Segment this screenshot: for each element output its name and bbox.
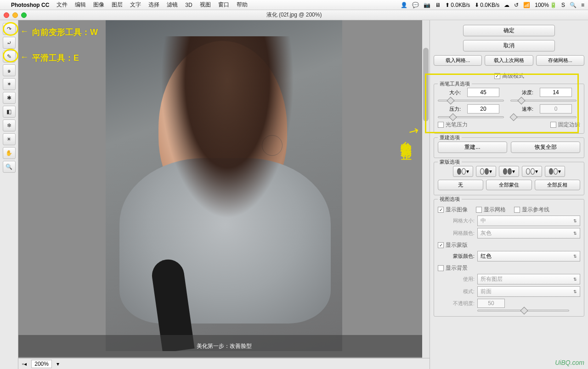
menu-select[interactable]: 选择 bbox=[148, 1, 159, 9]
menu-image[interactable]: 图像 bbox=[93, 1, 104, 9]
menu-file[interactable]: 文件 bbox=[57, 1, 68, 9]
restore-all-button[interactable]: 恢复全部 bbox=[511, 142, 580, 153]
canvas-area: 美化第一步：改善脸型 ▫◂ 200% ▾ bbox=[18, 20, 430, 369]
opacity-label: 不透明度: bbox=[438, 300, 475, 307]
show-image-checkbox[interactable] bbox=[438, 207, 444, 213]
menu-filter[interactable]: 滤镜 bbox=[167, 1, 178, 9]
twirl-icon: ๑ bbox=[7, 66, 11, 75]
mask-replace-icon[interactable]: ▾ bbox=[453, 166, 473, 177]
load-last-mesh-button[interactable]: 载入上次网格 bbox=[485, 55, 533, 66]
advanced-mode-label: 高级模式 bbox=[502, 72, 524, 80]
status-battery[interactable]: 100% 🔋 bbox=[535, 2, 557, 8]
mesh-size-select[interactable]: 中⇅ bbox=[477, 216, 580, 226]
brush-density-input[interactable]: 14 bbox=[540, 88, 572, 97]
mask-all-button[interactable]: 全部蒙住 bbox=[486, 180, 531, 190]
mask-add-icon[interactable]: ▾ bbox=[476, 166, 496, 177]
mask-legend: 蒙版选项 bbox=[438, 159, 462, 165]
brush-rate-slider[interactable] bbox=[510, 116, 577, 118]
menu-layer[interactable]: 图层 bbox=[112, 1, 123, 9]
brush-pressure-input[interactable]: 20 bbox=[467, 104, 499, 114]
pin-edges-checkbox[interactable] bbox=[550, 122, 556, 128]
twirl-tool[interactable]: ๑ bbox=[3, 64, 16, 76]
advanced-mode-checkbox[interactable] bbox=[494, 73, 500, 79]
freeze-mask-tool[interactable]: ❄ bbox=[3, 119, 16, 131]
status-monitor-icon[interactable]: 🖥 bbox=[435, 2, 441, 8]
zoom-level-input[interactable]: 200% bbox=[31, 360, 52, 368]
use-select[interactable]: 所有图层⇅ bbox=[477, 274, 580, 284]
stylus-pressure-checkbox[interactable] bbox=[438, 122, 444, 128]
show-mask-label: 显示蒙版 bbox=[446, 241, 468, 249]
forward-warp-tool[interactable]: ↷ bbox=[3, 23, 16, 35]
show-mesh-checkbox[interactable] bbox=[476, 207, 482, 213]
liquify-toolbar: ↷ ⤾ ✎ ๑ ✶ ✱ ◧ ❄ ☀ ✋ 🔍 bbox=[0, 20, 18, 369]
status-sogou-icon[interactable]: S bbox=[561, 2, 565, 8]
document-image[interactable] bbox=[106, 20, 342, 351]
mode-select[interactable]: 前面⇅ bbox=[477, 286, 580, 297]
brush-pressure-slider[interactable] bbox=[438, 116, 504, 118]
freeze-mask-icon: ❄ bbox=[7, 122, 11, 129]
save-mesh-button[interactable]: 存储网格... bbox=[536, 55, 584, 66]
liquify-options-panel: 确定 取消 载入网格... 载入上次网格 存储网格... 高级模式 画笔工具选项… bbox=[430, 20, 588, 369]
show-mask-checkbox[interactable] bbox=[438, 242, 444, 248]
status-cloud-icon[interactable]: ☁ bbox=[504, 2, 509, 8]
mask-invert-icon[interactable]: ▾ bbox=[545, 166, 565, 177]
hand-tool[interactable]: ✋ bbox=[3, 147, 16, 159]
mask-color-select[interactable]: 红色⇅ bbox=[477, 251, 580, 261]
mask-subtract-icon[interactable]: ▾ bbox=[499, 166, 519, 177]
mask-none-button[interactable]: 无 bbox=[438, 180, 483, 190]
pucker-icon: ✶ bbox=[7, 81, 11, 87]
mask-intersect-icon[interactable]: ▾ bbox=[522, 166, 542, 177]
smooth-tool[interactable]: ✎ bbox=[3, 51, 16, 62]
brush-density-slider[interactable] bbox=[510, 100, 577, 102]
pucker-tool[interactable]: ✶ bbox=[3, 78, 16, 90]
mask-invert-all-button[interactable]: 全部反相 bbox=[535, 180, 580, 190]
traffic-lights bbox=[4, 12, 27, 18]
load-mesh-button[interactable]: 载入网格... bbox=[434, 55, 482, 66]
zoom-out-icon[interactable]: ▫◂ bbox=[22, 361, 27, 367]
status-wifi-icon[interactable]: 📶 bbox=[523, 2, 530, 8]
menu-type[interactable]: 文字 bbox=[130, 1, 141, 9]
show-guides-checkbox[interactable] bbox=[514, 207, 520, 213]
zoom-window-icon[interactable] bbox=[21, 12, 27, 18]
mesh-color-select[interactable]: 灰色⇅ bbox=[477, 228, 580, 238]
opacity-slider[interactable] bbox=[477, 310, 569, 312]
mode-label: 模式: bbox=[438, 288, 475, 295]
chevron-down-icon: ⇅ bbox=[573, 231, 577, 236]
menu-help[interactable]: 帮助 bbox=[237, 1, 248, 9]
status-sync-icon[interactable]: ↺ bbox=[514, 2, 519, 8]
brush-size-slider[interactable] bbox=[438, 100, 504, 102]
status-spotlight-icon[interactable]: 🔍 bbox=[570, 2, 577, 8]
vertical-scrollbar[interactable] bbox=[422, 20, 430, 358]
cancel-button[interactable]: 取消 bbox=[463, 40, 555, 51]
close-window-icon[interactable] bbox=[4, 12, 9, 18]
reconstruct-button[interactable]: 重建... bbox=[438, 142, 507, 153]
scrollbar-thumb[interactable] bbox=[423, 48, 429, 121]
status-wechat-icon[interactable]: 💬 bbox=[412, 2, 419, 8]
push-left-tool[interactable]: ◧ bbox=[3, 106, 16, 118]
status-camera-icon[interactable]: 📷 bbox=[424, 2, 430, 8]
reconstruct-icon: ⤾ bbox=[7, 40, 11, 46]
brush-size-input[interactable]: 45 bbox=[467, 88, 499, 97]
status-user-icon[interactable]: 👤 bbox=[401, 2, 407, 8]
app-name[interactable]: Photoshop CC bbox=[11, 2, 49, 8]
menu-view[interactable]: 视图 bbox=[200, 1, 211, 9]
thaw-mask-tool[interactable]: ☀ bbox=[3, 133, 16, 145]
menu-3d[interactable]: 3D bbox=[185, 2, 192, 8]
mesh-size-label: 网格大小: bbox=[438, 217, 475, 224]
zoom-dropdown-icon[interactable]: ▾ bbox=[57, 361, 59, 367]
stylus-pressure-label: 光笔压力 bbox=[446, 121, 468, 129]
brush-rate-input[interactable]: 0 bbox=[540, 104, 572, 114]
bloat-tool[interactable]: ✱ bbox=[3, 92, 16, 104]
brush-rate-label: 速率: bbox=[510, 106, 533, 113]
opacity-input[interactable]: 50 bbox=[477, 299, 505, 308]
menu-window[interactable]: 窗口 bbox=[218, 1, 229, 9]
reconstruct-tool[interactable]: ⤾ bbox=[3, 37, 16, 49]
zoom-tool[interactable]: 🔍 bbox=[3, 161, 16, 173]
ok-button[interactable]: 确定 bbox=[463, 25, 555, 36]
status-menu-icon[interactable]: ≡ bbox=[581, 2, 584, 8]
minimize-window-icon[interactable] bbox=[12, 12, 18, 18]
window-title: 液化 (02f.jpg @ 200%) bbox=[266, 11, 322, 19]
hand-icon: ✋ bbox=[6, 150, 12, 156]
show-background-checkbox[interactable] bbox=[438, 265, 444, 271]
menu-edit[interactable]: 编辑 bbox=[75, 1, 86, 9]
